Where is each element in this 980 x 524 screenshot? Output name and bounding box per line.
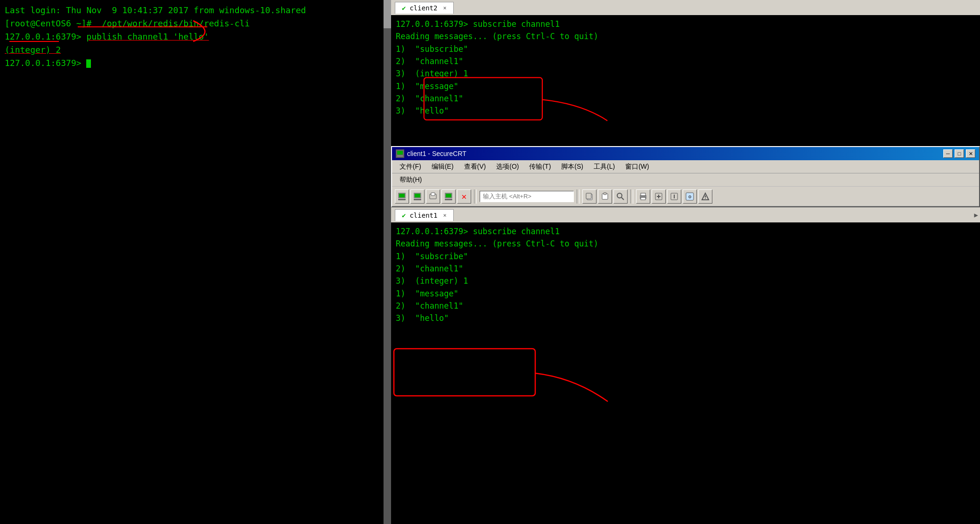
toolbar-btn-paste[interactable] bbox=[598, 189, 612, 204]
menu-help[interactable]: 帮助(H) bbox=[395, 174, 426, 186]
c2-line-8: 3) "hello" bbox=[396, 105, 975, 117]
minimize-button[interactable]: ─ bbox=[943, 149, 953, 158]
menu-edit[interactable]: 编辑(E) bbox=[427, 161, 458, 172]
toolbar-btn-1[interactable] bbox=[395, 189, 409, 204]
c2-line-2: Reading messages... (press Ctrl-C to qui… bbox=[396, 30, 975, 42]
left-line-1: Last login: Thu Nov 9 10:41:37 2017 from… bbox=[5, 4, 386, 17]
svg-rect-24 bbox=[641, 193, 645, 196]
svg-rect-5 bbox=[397, 156, 403, 156]
toolbar-btn-6[interactable] bbox=[667, 189, 681, 204]
c1-line-6: 1) "message" bbox=[396, 287, 975, 300]
c1-line-3: 1) "subscribe" bbox=[396, 250, 975, 262]
left-scrollbar-thumb[interactable] bbox=[384, 0, 391, 28]
svg-rect-11 bbox=[414, 199, 421, 200]
c1-line-4: 2) "channel1" bbox=[396, 262, 975, 275]
client1-checkmark: ✔ bbox=[402, 212, 406, 219]
c2-line-5: 3) (integer) 1 bbox=[396, 67, 975, 80]
c1-line-8: 3) "hello" bbox=[396, 312, 975, 324]
toolbar-btn-2[interactable] bbox=[410, 189, 425, 204]
securecrt-titlebar: client1 - SecureCRT ─ □ ✕ bbox=[392, 147, 979, 160]
toolbar-btn-7[interactable]: ⚙ bbox=[683, 189, 697, 204]
client1-tab-bar: ✔ client1 × ▶ bbox=[391, 207, 980, 222]
toolbar-sep-1 bbox=[474, 189, 477, 204]
toolbar-btn-copy[interactable] bbox=[582, 189, 596, 204]
client2-tab[interactable]: ✔ client2 × bbox=[395, 2, 454, 14]
client2-terminal[interactable]: 127.0.0.1:6379> subscribe channel1 Readi… bbox=[391, 15, 980, 146]
c2-line-4: 2) "channel1" bbox=[396, 55, 975, 67]
c1-line-5: 3) (integer) 1 bbox=[396, 275, 975, 287]
left-line-5: 127.0.0.1:6379> bbox=[5, 57, 386, 70]
close-button[interactable]: ✕ bbox=[966, 149, 975, 158]
menu-tools[interactable]: 工具(L) bbox=[589, 161, 620, 172]
menu-view[interactable]: 查看(V) bbox=[459, 161, 491, 172]
c2-line-1: 127.0.0.1:6379> subscribe channel1 bbox=[396, 18, 975, 30]
client2-tab-label: client2 bbox=[409, 4, 437, 12]
svg-rect-10 bbox=[415, 194, 420, 197]
toolbar-btn-3[interactable] bbox=[426, 189, 440, 204]
securecrt-title: client1 - SecureCRT bbox=[407, 150, 943, 157]
c2-line-6: 1) "message" bbox=[396, 80, 975, 92]
left-line-4: (integer) 2 bbox=[5, 43, 386, 57]
toolbar-btn-5b[interactable] bbox=[652, 189, 666, 204]
c1-line-1: 127.0.0.1:6379> subscribe channel1 bbox=[396, 225, 975, 237]
client2-checkmark: ✔ bbox=[402, 4, 406, 12]
left-scrollbar[interactable] bbox=[384, 0, 391, 524]
left-line-2: [root@CentOS6 ~]# /opt/work/redis/bin/re… bbox=[5, 17, 386, 30]
menubar-row1: 文件(F) 编辑(E) 查看(V) 选项(O) 传输(T) 脚本(S) 工具(L… bbox=[392, 160, 979, 173]
c1-line-2: Reading messages... (press Ctrl-C to qui… bbox=[396, 237, 975, 250]
menu-file[interactable]: 文件(F) bbox=[395, 161, 426, 172]
c2-line-7: 2) "channel1" bbox=[396, 92, 975, 105]
right-panel: ✔ client2 × 127.0.0.1:6379> subscribe ch… bbox=[391, 0, 980, 524]
svg-rect-4 bbox=[397, 151, 403, 155]
menu-transfer[interactable]: 传输(T) bbox=[524, 161, 555, 172]
tab-right-arrow[interactable]: ▶ bbox=[974, 211, 978, 219]
menubar-row2: 帮助(H) bbox=[392, 173, 979, 187]
menu-script[interactable]: 脚本(S) bbox=[556, 161, 588, 172]
toolbar-btn-5[interactable]: ✕ bbox=[457, 189, 471, 204]
svg-point-21 bbox=[617, 193, 622, 198]
client1-tab-label: client1 bbox=[409, 212, 437, 219]
left-line-3: 127.0.0.1:6379> publish channel1 'hello' bbox=[5, 30, 386, 43]
client2-tab-bar: ✔ client2 × bbox=[391, 0, 980, 15]
client1-tab-close[interactable]: × bbox=[443, 212, 446, 219]
svg-rect-25 bbox=[641, 197, 645, 200]
svg-rect-15 bbox=[446, 194, 451, 197]
left-terminal[interactable]: Last login: Thu Nov 9 10:41:37 2017 from… bbox=[0, 0, 391, 524]
client1-window: ✔ client1 × ▶ 127.0.0.1:6379> subscribe … bbox=[391, 207, 980, 524]
toolbar-btn-8[interactable] bbox=[698, 189, 712, 204]
toolbar-sep-3 bbox=[630, 189, 633, 204]
maximize-button[interactable]: □ bbox=[955, 149, 964, 158]
svg-rect-18 bbox=[586, 193, 591, 199]
menu-options[interactable]: 选项(O) bbox=[491, 161, 523, 172]
client2-tab-close[interactable]: × bbox=[443, 5, 446, 11]
left-terminal-panel: Last login: Thu Nov 9 10:41:37 2017 from… bbox=[0, 0, 391, 524]
securecrt-icon bbox=[396, 149, 404, 158]
toolbar-host-input[interactable] bbox=[480, 191, 574, 202]
svg-point-35 bbox=[705, 198, 706, 199]
toolbar-sep-2 bbox=[577, 189, 580, 204]
toolbar-btn-find[interactable] bbox=[613, 189, 628, 204]
client1-tab[interactable]: ✔ client1 × bbox=[395, 209, 454, 221]
c1-line-7: 2) "channel1" bbox=[396, 300, 975, 312]
client1-terminal[interactable]: 127.0.0.1:6379> subscribe channel1 Readi… bbox=[391, 222, 980, 524]
toolbar-btn-print[interactable] bbox=[636, 189, 650, 204]
svg-rect-36 bbox=[394, 349, 535, 396]
securecrt-window: client1 - SecureCRT ─ □ ✕ 文件(F) 编辑(E) 查看… bbox=[391, 146, 980, 207]
client2-window: ✔ client2 × 127.0.0.1:6379> subscribe ch… bbox=[391, 0, 980, 146]
c2-line-3: 1) "subscribe" bbox=[396, 43, 975, 55]
toolbar-btn-4[interactable] bbox=[441, 189, 456, 204]
svg-line-22 bbox=[621, 197, 624, 200]
svg-rect-16 bbox=[445, 199, 452, 200]
menu-window[interactable]: 窗口(W) bbox=[621, 161, 654, 172]
titlebar-buttons: ─ □ ✕ bbox=[943, 149, 975, 158]
left-terminal-content: Last login: Thu Nov 9 10:41:37 2017 from… bbox=[5, 4, 386, 69]
svg-rect-8 bbox=[398, 199, 406, 200]
svg-rect-7 bbox=[399, 194, 405, 197]
svg-text:⚙: ⚙ bbox=[688, 194, 692, 200]
svg-rect-20 bbox=[604, 193, 606, 195]
svg-rect-13 bbox=[431, 193, 435, 196]
toolbar: ✕ ⚙ bbox=[392, 187, 979, 206]
